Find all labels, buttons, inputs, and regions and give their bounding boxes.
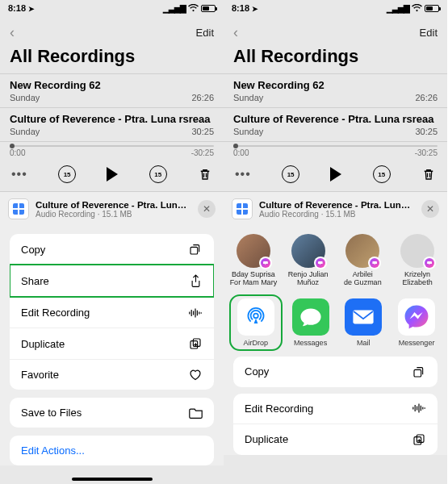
player-controls: ••• 15 15 xyxy=(0,162,224,191)
wifi-icon xyxy=(188,4,199,12)
copy-icon xyxy=(188,243,203,256)
share-contacts: Bday SuprisaFor Mam Mary Renjo JulianMuñ… xyxy=(224,226,447,294)
file-thumb-icon xyxy=(8,198,29,219)
app-messages[interactable]: Messages xyxy=(288,298,333,348)
forward-15-icon[interactable]: 15 xyxy=(149,165,167,183)
messenger-badge-icon xyxy=(368,257,381,269)
menu-duplicate[interactable]: Duplicate xyxy=(10,328,214,359)
recording-row[interactable]: New Recording 62 Sunday 26:26 xyxy=(0,73,224,107)
duplicate-icon xyxy=(188,337,203,350)
share-apps: AirDrop Messages Mail Messenger xyxy=(224,294,447,357)
scrubber[interactable] xyxy=(10,145,214,147)
menu-copy[interactable]: Copy xyxy=(233,357,438,387)
messenger-icon xyxy=(398,298,435,336)
menu-share[interactable]: Share xyxy=(10,265,214,297)
forward-15-icon[interactable]: 15 xyxy=(373,165,391,183)
close-icon[interactable]: ✕ xyxy=(198,200,216,218)
page-title: All Recordings xyxy=(224,44,447,73)
svg-rect-5 xyxy=(417,435,424,442)
share-icon xyxy=(188,274,203,288)
back-button[interactable]: ‹ xyxy=(233,24,238,41)
menu-edit-recording[interactable]: Edit Recording xyxy=(233,394,438,424)
menu-edit-actions[interactable]: Edit Actions... xyxy=(10,436,214,465)
recording-day: Sunday xyxy=(10,127,40,136)
waveform-icon xyxy=(188,307,203,319)
back-button[interactable]: ‹ xyxy=(10,24,15,41)
menu-label: Favorite xyxy=(21,369,59,381)
menu-label: Edit Actions... xyxy=(21,444,85,457)
app-airdrop[interactable]: AirDrop xyxy=(232,297,280,348)
left-screenshot: 8:18 ➤ ▁▃▅▇ ‹ Edit All Recordings New Re… xyxy=(0,0,224,484)
share-header: Culture of Reverence - Ptra. Luna rsreaa… xyxy=(224,191,447,226)
edit-link[interactable]: Edit xyxy=(420,27,438,39)
time-pos: 0:00 xyxy=(233,148,249,157)
share-title: Culture of Reverence - Ptra. Luna rsreaa xyxy=(36,200,191,210)
rewind-15-icon[interactable]: 15 xyxy=(58,165,76,183)
recording-name: New Recording 62 xyxy=(10,79,214,91)
more-icon[interactable]: ••• xyxy=(235,167,251,182)
edit-link[interactable]: Edit xyxy=(196,27,214,39)
app-label: Messenger xyxy=(394,339,439,347)
status-time: 8:18 ➤ xyxy=(232,3,258,13)
share-subtitle: Audio Recording · 15.1 MB xyxy=(259,210,415,219)
battery-icon xyxy=(425,5,439,12)
trash-icon[interactable] xyxy=(198,167,212,182)
close-icon[interactable]: ✕ xyxy=(421,200,439,218)
share-subtitle: Audio Recording · 15.1 MB xyxy=(36,210,191,219)
copy-icon xyxy=(412,365,426,378)
menu-label: Share xyxy=(21,275,49,287)
scrubber[interactable] xyxy=(233,145,438,147)
avatar xyxy=(237,234,270,268)
battery-icon xyxy=(201,5,216,12)
airdrop-icon xyxy=(237,298,274,336)
avatar xyxy=(400,234,434,268)
player-controls: ••• 15 15 xyxy=(224,162,447,191)
menu-label: Edit Recording xyxy=(21,307,90,319)
messenger-badge-icon xyxy=(314,257,327,269)
app-messenger[interactable]: Messenger xyxy=(394,298,439,348)
svg-point-2 xyxy=(253,313,258,318)
signal-icon: ▁▃▅▇ xyxy=(163,4,186,13)
contact-item[interactable]: Bday SuprisaFor Mam Mary xyxy=(228,234,278,287)
contact-item[interactable]: Arbileide Guzman xyxy=(338,234,388,287)
page-title: All Recordings xyxy=(0,44,224,73)
share-title: Culture of Reverence - Ptra. Luna rsreaa xyxy=(259,200,415,210)
recording-dur: 26:26 xyxy=(191,93,214,102)
menu-save-files[interactable]: Save to Files xyxy=(10,398,214,428)
recording-row[interactable]: New Recording 62 Sunday26:26 xyxy=(224,73,447,107)
menu-edit-recording[interactable]: Edit Recording xyxy=(10,297,214,328)
messages-icon xyxy=(292,298,329,336)
signal-icon: ▁▃▅▇ xyxy=(387,4,409,13)
more-icon[interactable]: ••• xyxy=(11,167,27,182)
trash-icon[interactable] xyxy=(421,167,436,182)
recording-name: Culture of Reverence - Ptra. Luna rsreaa xyxy=(233,113,438,125)
status-bar: 8:18 ➤ ▁▃▅▇ xyxy=(0,0,224,15)
play-icon[interactable] xyxy=(107,167,118,182)
menu-duplicate[interactable]: Duplicate xyxy=(233,424,438,455)
menu-label: Copy xyxy=(21,244,45,256)
context-menu: Copy Share Edit Recording Duplicate Favo… xyxy=(10,234,214,390)
menu-label: Save to Files xyxy=(21,407,82,419)
svg-rect-3 xyxy=(354,310,374,323)
rewind-15-icon[interactable]: 15 xyxy=(282,165,299,183)
play-icon[interactable] xyxy=(330,167,341,182)
menu-favorite[interactable]: Favorite xyxy=(10,359,214,390)
right-screenshot: 8:18 ➤ ▁▃▅▇ ‹ Edit All Recordings New Re… xyxy=(224,0,447,484)
home-indicator[interactable] xyxy=(72,478,153,481)
time-pos: 0:00 xyxy=(10,148,25,157)
recording-row-selected[interactable]: Culture of Reverence - Ptra. Luna rsreaa… xyxy=(0,107,224,142)
menu-label: Edit Recording xyxy=(245,403,313,415)
app-mail[interactable]: Mail xyxy=(341,298,387,348)
duplicate-icon xyxy=(412,433,426,446)
contact-item[interactable]: Renjo JulianMuñoz xyxy=(283,234,333,287)
time-neg: -30:25 xyxy=(415,148,438,157)
app-label: AirDrop xyxy=(233,339,278,347)
menu-label: Copy xyxy=(245,365,269,378)
messenger-badge-icon xyxy=(423,257,436,269)
contact-item[interactable]: KrizelynElizabeth xyxy=(392,234,442,287)
recording-name: Culture of Reverence - Ptra. Luna rsreaa xyxy=(10,113,214,125)
app-label: Messages xyxy=(288,339,333,347)
menu-copy[interactable]: Copy xyxy=(10,234,214,265)
svg-rect-1 xyxy=(193,339,200,346)
recording-row-selected[interactable]: Culture of Reverence - Ptra. Luna rsreaa… xyxy=(224,107,447,142)
